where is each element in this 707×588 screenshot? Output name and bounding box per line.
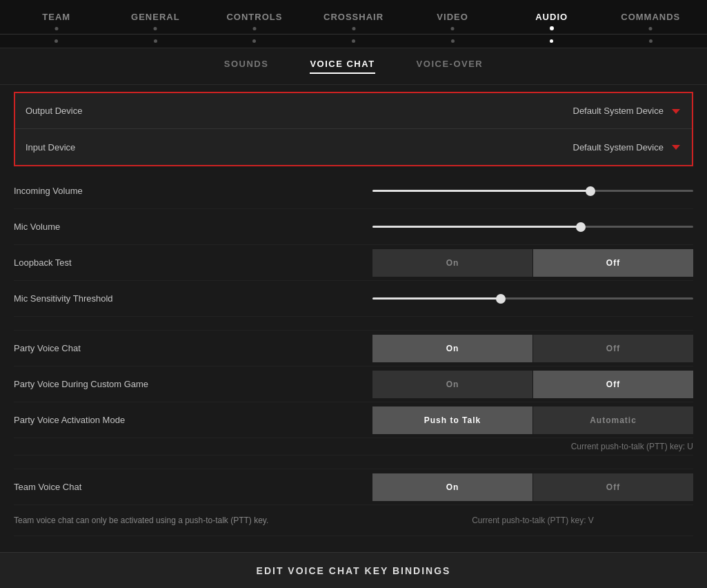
team-ptt-hint: Current push-to-talk (PTT) key: V xyxy=(372,516,693,525)
dot-controls xyxy=(205,35,304,48)
party-custom-on-button[interactable]: On xyxy=(372,371,532,398)
sub-navigation: SOUNDS VOICE CHAT VOICE-OVER xyxy=(0,48,707,85)
team-voice-chat-control: On Off xyxy=(372,473,693,501)
nav-item-team[interactable]: TEAM xyxy=(7,0,106,34)
party-voice-toggle-group: On Off xyxy=(372,335,693,362)
mic-volume-label: Mic Volume xyxy=(14,215,372,239)
svg-marker-0 xyxy=(672,109,680,114)
loopback-test-control: On Off xyxy=(372,249,693,277)
loopback-off-button[interactable]: Off xyxy=(533,249,693,277)
nav-item-video[interactable]: VIDEO xyxy=(403,0,502,34)
input-device-row: Input Device Default System Device xyxy=(15,129,692,165)
incoming-volume-label: Incoming Volume xyxy=(14,179,372,203)
svg-marker-1 xyxy=(672,145,680,150)
party-voice-off-button[interactable]: Off xyxy=(533,335,693,362)
incoming-volume-track xyxy=(372,190,693,192)
incoming-volume-thumb[interactable] xyxy=(586,186,595,196)
dot-general xyxy=(106,35,206,48)
section-divider-2 xyxy=(14,455,693,469)
device-section: Output Device Default System Device Inpu… xyxy=(14,92,693,166)
mic-volume-fill xyxy=(372,226,581,228)
incoming-volume-control xyxy=(372,184,693,198)
party-voice-chat-row: Party Voice Chat On Off xyxy=(14,331,693,366)
mic-sensitivity-control xyxy=(372,292,693,306)
edit-keybindings-button[interactable]: EDIT VOICE CHAT KEY BINDINGS xyxy=(0,552,707,588)
nav-item-commands[interactable]: COMMANDS xyxy=(601,0,700,34)
loopback-toggle-group: On Off xyxy=(372,249,693,277)
output-device-control[interactable]: Default System Device xyxy=(384,106,681,117)
team-voice-on-button[interactable]: On xyxy=(372,473,532,501)
loopback-test-row: Loopback Test On Off xyxy=(14,245,693,281)
mic-volume-thumb[interactable] xyxy=(576,222,586,232)
mic-sensitivity-slider[interactable] xyxy=(372,292,693,306)
nav-item-controls[interactable]: CONTROLS xyxy=(205,0,304,34)
mic-sensitivity-row: Mic Sensitivity Threshold xyxy=(14,281,693,317)
incoming-volume-slider[interactable] xyxy=(372,184,693,198)
dot-crosshair xyxy=(304,35,404,48)
subnav-voice-over[interactable]: VOICE-OVER xyxy=(417,59,484,74)
mic-sensitivity-thumb[interactable] xyxy=(496,294,506,304)
mic-volume-row: Mic Volume xyxy=(14,209,693,245)
party-ptt-hint: Current push-to-talk (PTT) key: U xyxy=(14,438,693,455)
input-device-control[interactable]: Default System Device xyxy=(384,141,681,153)
main-content: Output Device Default System Device Inpu… xyxy=(0,92,707,536)
party-activation-toggle-group: Push to Talk Automatic xyxy=(372,406,693,434)
team-voice-chat-row: Team Voice Chat On Off xyxy=(14,469,693,505)
subnav-voice-chat[interactable]: VOICE CHAT xyxy=(310,59,375,74)
edit-keybindings-label: EDIT VOICE CHAT KEY BINDINGS xyxy=(257,565,451,576)
nav-item-audio[interactable]: AUDIO xyxy=(502,0,601,34)
nav-item-crosshair[interactable]: CROSSHAIR xyxy=(304,0,404,34)
party-activation-row: Party Voice Activation Mode Push to Talk… xyxy=(14,402,693,438)
loopback-test-label: Loopback Test xyxy=(14,251,372,275)
party-voice-chat-control: On Off xyxy=(372,335,693,362)
input-device-value: Default System Device xyxy=(573,142,664,153)
party-activation-label: Party Voice Activation Mode xyxy=(14,408,372,432)
team-voice-toggle-group: On Off xyxy=(372,473,693,501)
party-custom-game-label: Party Voice During Custom Game xyxy=(14,372,372,396)
party-custom-toggle-group: On Off xyxy=(372,371,693,398)
section-divider-1 xyxy=(14,317,693,331)
team-note-row: Team voice chat can only be activated us… xyxy=(14,505,693,536)
output-device-value: Default System Device xyxy=(573,106,664,116)
dot-audio xyxy=(502,35,601,48)
output-device-label: Output Device xyxy=(26,106,384,116)
party-automatic-button[interactable]: Automatic xyxy=(533,406,693,434)
dot-video xyxy=(403,35,502,48)
input-device-arrow[interactable] xyxy=(670,141,681,153)
team-note-text: Team voice chat can only be activated us… xyxy=(14,510,372,531)
output-device-arrow[interactable] xyxy=(670,106,681,117)
output-device-row: Output Device Default System Device xyxy=(15,93,692,129)
top-navigation: TEAM GENERAL CONTROLS CROSSHAIR VIDEO AU… xyxy=(0,0,707,35)
mic-sensitivity-track xyxy=(372,297,693,300)
party-activation-control: Push to Talk Automatic xyxy=(372,406,693,434)
dot-team xyxy=(7,35,106,48)
mic-sensitivity-fill xyxy=(372,297,501,300)
team-voice-chat-label: Team Voice Chat xyxy=(14,475,372,499)
dot-commands xyxy=(601,35,700,48)
nav-dots-row xyxy=(0,35,707,48)
party-ptt-button[interactable]: Push to Talk xyxy=(372,406,532,434)
nav-item-general[interactable]: GENERAL xyxy=(106,0,206,34)
mic-volume-control xyxy=(372,220,693,234)
loopback-on-button[interactable]: On xyxy=(372,249,532,277)
incoming-volume-row: Incoming Volume xyxy=(14,173,693,209)
mic-volume-slider[interactable] xyxy=(372,220,693,234)
party-custom-off-button[interactable]: Off xyxy=(533,371,693,398)
mic-volume-track xyxy=(372,226,693,228)
input-device-label: Input Device xyxy=(26,142,384,153)
party-voice-chat-label: Party Voice Chat xyxy=(14,336,372,360)
team-voice-off-button[interactable]: Off xyxy=(533,473,693,501)
subnav-sounds[interactable]: SOUNDS xyxy=(224,59,269,74)
party-voice-on-button[interactable]: On xyxy=(372,335,532,362)
mic-sensitivity-label: Mic Sensitivity Threshold xyxy=(14,286,372,311)
party-custom-game-control: On Off xyxy=(372,371,693,398)
party-custom-game-row: Party Voice During Custom Game On Off xyxy=(14,366,693,402)
incoming-volume-fill xyxy=(372,190,590,192)
